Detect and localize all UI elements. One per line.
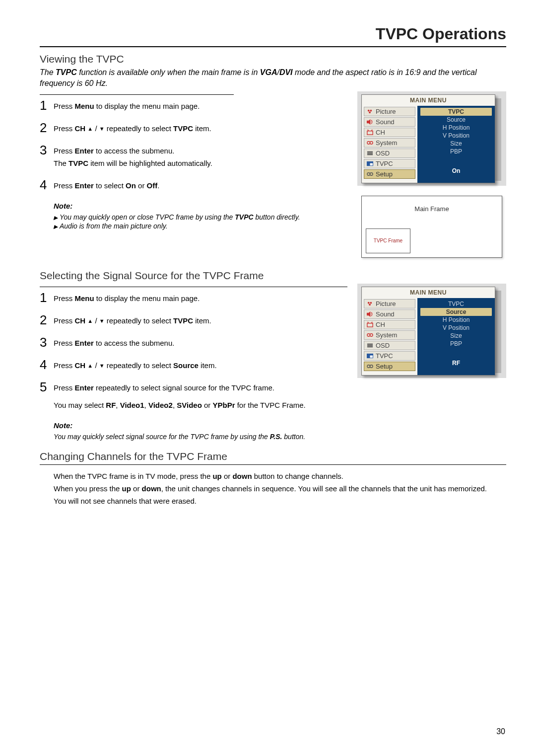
osd-right-item: Size [420,140,492,148]
paragraph: You will not see channels that were eras… [54,496,506,506]
osd-right-item: Source [420,116,492,124]
svg-point-7 [367,141,370,144]
page-title: TVPC Operations [40,25,506,43]
system-icon [366,140,374,146]
svg-point-17 [370,302,372,304]
osd-left-list: Picture Sound CH System OSD TVPC Setup [362,106,417,183]
note-line: ▶You may quickly open or close TVPC fram… [54,213,347,221]
note-title: Note: [54,202,347,210]
section-title: Changing Channels for the TVPC Frame [40,451,506,462]
svg-marker-3 [367,119,370,125]
step-1: 1 Press Menu to display the menu main pa… [40,100,347,113]
note-line: You may quickly select signal source for… [54,433,506,441]
frame-diagram: Main Frame TVPC Frame [361,196,502,258]
setup-icon [366,171,374,177]
osd-icon [366,342,374,349]
osd-right-item: PBP [420,148,492,155]
step-number: 2 [40,313,54,326]
up-arrow-icon: ▲ [87,318,93,324]
osd-item-setup: Setup [364,169,415,179]
svg-point-0 [368,110,370,112]
note-block: Note: ▶You may quickly open or close TVP… [54,202,347,230]
osd-item-system: System [364,330,415,340]
section-changing-channels: Changing Channels for the TVPC Frame Whe… [40,451,506,506]
step-number: 1 [40,99,54,112]
step-4: 4 Press Enter to select On or Off. [40,179,347,193]
svg-point-15 [370,172,373,175]
osd-item-osd: OSD [364,341,415,350]
step-number: 4 [40,178,54,191]
caret-icon: ▶ [54,215,58,221]
system-icon [366,332,374,338]
sound-icon [366,119,374,125]
ch-icon [366,321,374,328]
step-2: 2 Press CH ▲ / ▼ repeatedly to select TV… [40,314,347,328]
step-number: 4 [40,358,54,371]
osd-right-panel: TVPC Source H Position V Position Size P… [417,106,495,183]
main-frame-label: Main Frame [366,205,498,213]
page-header: TVPC Operations [40,25,506,47]
step-number: 2 [40,121,54,134]
note-line: ▶Audio is from the main picture only. [54,222,347,230]
osd-item-setup: Setup [364,362,415,371]
osd-screenshot-2: MAIN MENU Picture Sound CH System OSD TV… [357,284,506,378]
step-5: 5 Press Enter repeatedly to select signa… [40,381,347,395]
svg-rect-29 [370,355,373,358]
osd-item-sound: Sound [364,117,415,127]
osd-right-value: On [420,167,492,174]
osd-right-value: RF [420,360,492,367]
tvpc-icon [366,160,374,167]
caret-icon: ▶ [54,224,58,230]
tvpc-icon [366,353,374,359]
osd-item-ch: CH [364,320,415,329]
step-number: 3 [40,336,54,349]
svg-point-8 [370,141,373,144]
osd-item-picture: Picture [364,299,415,308]
osd-right-item: H Position [420,316,492,324]
picture-icon [366,301,374,307]
osd-right-item: H Position [420,124,492,132]
osd-right-item: TVPC [420,108,492,116]
osd-right-item: PBP [420,340,492,348]
osd-item-tvpc: TVPC [364,159,415,168]
up-arrow-icon: ▲ [87,363,93,369]
osd-right-panel: TVPC Source H Position V Position Size P… [417,298,495,375]
ch-icon [366,129,374,136]
step-number: 3 [40,144,54,156]
down-arrow-icon: ▼ [99,318,105,324]
osd-item-tvpc: TVPC [364,351,415,361]
sound-icon [366,311,374,317]
svg-point-18 [369,303,371,305]
step-number: 1 [40,291,54,304]
divider [40,94,234,95]
down-arrow-icon: ▼ [99,363,105,369]
tvpc-frame-box: TVPC Frame [366,228,410,253]
step-4: 4 Press CH ▲ / ▼ repeatedly to select So… [40,359,347,373]
section-viewing-tvpc: Viewing the TVPC The TVPC function is av… [40,53,506,270]
svg-rect-13 [370,163,373,165]
section-intro: The TVPC function is available only when… [40,67,506,89]
section-title: Viewing the TVPC [40,53,506,65]
up-arrow-icon: ▲ [87,126,93,132]
osd-title: MAIN MENU [362,287,495,298]
step-3: 3 Press Enter to access the submenu. [40,337,347,350]
section-title: Selecting the Signal Source for the TVPC… [40,270,506,282]
svg-point-14 [367,172,370,175]
divider [40,464,506,465]
osd-left-list: Picture Sound CH System OSD TVPC Setup [362,298,417,375]
osd-icon [366,150,374,156]
svg-point-16 [368,302,370,304]
osd-item-sound: Sound [364,309,415,319]
svg-point-31 [370,365,373,368]
divider [40,287,347,287]
svg-point-30 [367,365,370,368]
picture-icon [366,108,374,115]
osd-right-item: V Position [420,324,492,332]
osd-item-osd: OSD [364,149,415,158]
svg-rect-20 [367,323,373,326]
note-title: Note: [54,421,506,430]
svg-point-24 [370,333,373,336]
osd-right-item: Size [420,332,492,340]
svg-point-2 [369,111,371,113]
osd-screenshot-1: MAIN MENU Picture Sound CH System OSD TV… [357,91,506,186]
